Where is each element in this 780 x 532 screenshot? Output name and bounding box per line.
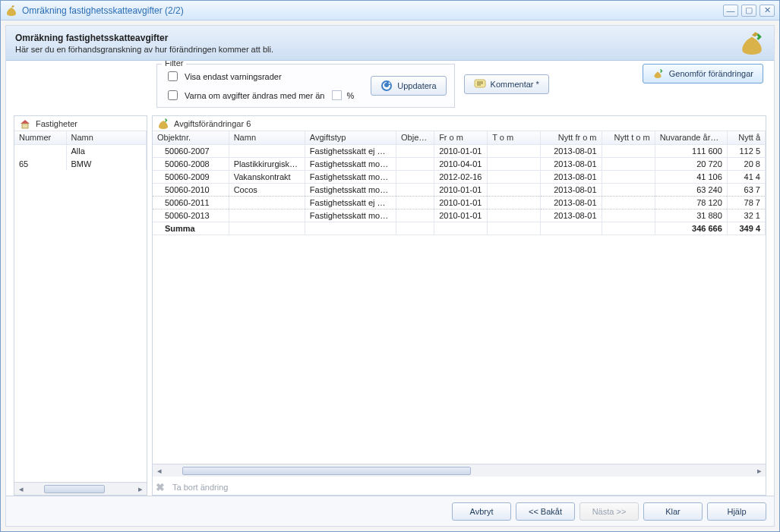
cell-newtom (602, 183, 655, 196)
check-warn-threshold-input[interactable] (168, 90, 178, 100)
next-label: Nästa >> (592, 507, 627, 516)
house-icon (19, 118, 31, 130)
cancel-button[interactable]: Avbryt (452, 502, 511, 521)
table-row[interactable]: 50060-2008Plastikkirurgiska ...Fastighet… (153, 157, 766, 170)
cell-objnr: 50060-2011 (153, 196, 229, 209)
refresh-icon (381, 80, 393, 92)
cell-name: Cocos (229, 183, 305, 196)
changes-grid[interactable]: Objektnr. Namn Avgiftstyp Objek... Fr o … (153, 131, 766, 464)
properties-hscroll[interactable]: ◂ ▸ (14, 482, 147, 495)
scroll-thumb[interactable] (182, 467, 471, 475)
filter-legend: Filter (162, 61, 186, 68)
titlebar: Omräkning fastighetsskatteavgifter (2/2)… (1, 1, 779, 20)
changes-hscroll[interactable]: ◂ ▸ (153, 464, 766, 477)
table-row[interactable]: 50060-2007Fastighetsskatt ej mo...2010-0… (153, 144, 766, 157)
changes-table: Objektnr. Namn Avgiftstyp Objek... Fr o … (153, 131, 766, 235)
cell-tom (488, 157, 541, 170)
comment-button[interactable]: Kommentar * (464, 74, 549, 94)
scroll-left-icon[interactable]: ◂ (153, 464, 166, 477)
table-row[interactable]: 50060-2009VakanskontraktFastighetsskatt … (153, 170, 766, 183)
scroll-thumb[interactable] (44, 485, 105, 493)
col-tom[interactable]: T o m (488, 131, 541, 144)
client-area: Omräkning fastighetsskatteavgifter Här s… (5, 25, 775, 527)
cell-newtom (602, 144, 655, 157)
remove-change-row: ✖ Ta bort ändring (153, 477, 766, 495)
cell-objnr: 50060-2013 (153, 209, 229, 222)
cell-type: Fastighetsskatt ej mo... (305, 196, 396, 209)
cell-newfrom: 2013-08-01 (541, 170, 602, 183)
back-button[interactable]: << Bakåt (516, 502, 575, 521)
scroll-right-icon[interactable]: ▸ (134, 483, 147, 496)
check-show-warnings-label: Visa endast varningsrader (185, 72, 282, 81)
cell-newy: 78 7 (727, 196, 765, 209)
threshold-input[interactable] (332, 90, 342, 100)
done-button[interactable]: Klar (643, 502, 703, 521)
table-row[interactable]: 50060-2010CocosFastighetsskatt mom...201… (153, 183, 766, 196)
percent-label: % (346, 91, 354, 100)
close-button[interactable]: ✕ (759, 5, 775, 17)
check-warn-threshold-label: Varna om avgifter ändras med mer än (185, 91, 324, 100)
next-button: Nästa >> (579, 502, 639, 521)
cell-objk (396, 196, 434, 209)
check-warn-threshold[interactable]: Varna om avgifter ändras med mer än % (165, 88, 354, 102)
cell-type: Fastighetsskatt mom... (305, 209, 396, 222)
check-show-warnings[interactable]: Visa endast varningsrader (165, 69, 354, 83)
comment-button-label: Kommentar * (491, 80, 539, 89)
money-bag-large-icon (739, 30, 765, 56)
cell-current: 63 240 (655, 183, 727, 196)
cancel-label: Avbryt (470, 507, 494, 516)
scroll-left-icon[interactable]: ◂ (14, 483, 27, 496)
cell-current: 41 106 (655, 170, 727, 183)
scroll-right-icon[interactable]: ▸ (753, 464, 766, 477)
col-objk[interactable]: Objek... (396, 131, 434, 144)
table-row[interactable]: 50060-2013Fastighetsskatt mom...2010-01-… (153, 209, 766, 222)
changes-panel-title: Avgiftsförändringar 6 (174, 119, 251, 128)
filter-group: Filter Visa endast varningsrader Varna o… (156, 64, 455, 108)
properties-grid[interactable]: Nummer Namn Alla65BMW (14, 131, 147, 482)
maximize-button[interactable]: ▢ (741, 5, 756, 17)
check-show-warnings-input[interactable] (168, 71, 178, 81)
remove-icon: ✖ (154, 481, 166, 493)
help-button[interactable]: Hjälp (707, 502, 766, 521)
commit-button-label: Genomför förändringar (669, 69, 753, 78)
commit-button[interactable]: Genomför förändringar (643, 64, 763, 83)
col-newy[interactable]: Nytt å (727, 131, 765, 144)
minimize-button[interactable]: — (723, 5, 738, 17)
col-type[interactable]: Avgiftstyp (305, 131, 396, 144)
comment-icon (474, 78, 486, 90)
col-from[interactable]: Fr o m (434, 131, 488, 144)
cell-newfrom: 2013-08-01 (541, 209, 602, 222)
cell-name: BMW (66, 157, 147, 170)
col-newfrom[interactable]: Nytt fr o m (541, 131, 602, 144)
bottom-bar: Avbryt << Bakåt Nästa >> Klar Hjälp (6, 496, 774, 526)
col-name2[interactable]: Namn (229, 131, 305, 144)
update-button[interactable]: Uppdatera (371, 76, 446, 96)
table-row[interactable]: 65BMW (14, 157, 147, 170)
col-newtom[interactable]: Nytt t o m (602, 131, 655, 144)
properties-table: Nummer Namn Alla65BMW (14, 131, 147, 170)
cell-type: Fastighetsskatt mom... (305, 183, 396, 196)
col-objnr[interactable]: Objektnr. (153, 131, 229, 144)
help-label: Hjälp (727, 507, 746, 516)
done-label: Klar (665, 507, 681, 516)
cell-name (229, 196, 305, 209)
cell-objnr: 50060-2009 (153, 170, 229, 183)
svg-rect-2 (22, 124, 28, 128)
cell-current: 78 120 (655, 196, 727, 209)
properties-panel-title: Fastigheter (36, 119, 77, 128)
col-number[interactable]: Nummer (14, 131, 66, 144)
cell-current: 20 720 (655, 157, 727, 170)
table-row[interactable]: 50060-2011Fastighetsskatt ej mo...2010-0… (153, 196, 766, 209)
cell-newtom (602, 170, 655, 183)
table-row[interactable]: Alla (14, 144, 147, 157)
properties-panel-header: Fastigheter (14, 116, 147, 131)
banner: Omräkning fastighetsskatteavgifter Här s… (6, 26, 774, 61)
remove-change-label[interactable]: Ta bort ändring (172, 483, 228, 492)
cell-summary-current: 346 666 (655, 222, 727, 235)
col-name[interactable]: Namn (66, 131, 147, 144)
cell-objnr: 50060-2010 (153, 183, 229, 196)
cell-name: Vakanskontrakt (229, 170, 305, 183)
col-current[interactable]: Nuvarande årsb... (655, 131, 727, 144)
update-button-label: Uppdatera (397, 81, 436, 90)
cell-objk (396, 157, 434, 170)
